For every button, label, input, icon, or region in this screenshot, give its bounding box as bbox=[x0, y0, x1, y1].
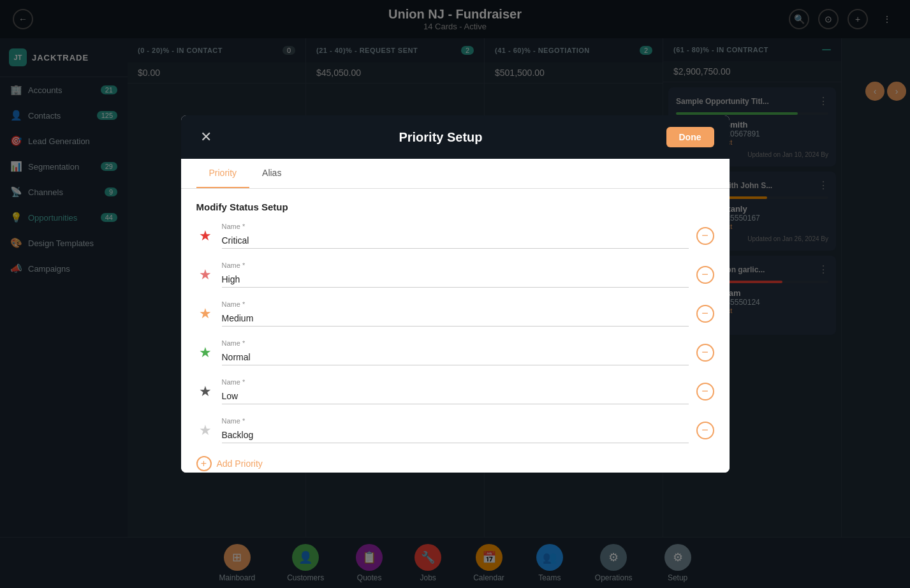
priority-field-medium: Name * bbox=[222, 300, 689, 327]
priority-field-high: Name * bbox=[222, 261, 689, 288]
add-priority-button[interactable]: + Add Priority bbox=[196, 456, 714, 471]
modal-close-button[interactable]: ✕ bbox=[196, 129, 216, 145]
priority-field-critical: Name * bbox=[222, 223, 689, 249]
priority-name-input-high[interactable] bbox=[222, 272, 689, 288]
priority-name-input-critical[interactable] bbox=[222, 233, 689, 249]
priority-row-low: ★ Name * − bbox=[196, 378, 714, 404]
priority-remove-critical[interactable]: − bbox=[696, 227, 714, 245]
priority-star-medium: ★ bbox=[196, 305, 214, 322]
priority-field-label-normal: Name * bbox=[222, 339, 689, 347]
priority-field-label-backlog: Name * bbox=[222, 417, 689, 425]
priority-remove-medium[interactable]: − bbox=[696, 305, 714, 323]
priority-name-input-normal[interactable] bbox=[222, 349, 689, 365]
priority-row-normal: ★ Name * − bbox=[196, 339, 714, 365]
priority-remove-normal[interactable]: − bbox=[696, 344, 714, 362]
priority-remove-low[interactable]: − bbox=[696, 383, 714, 401]
priority-remove-high[interactable]: − bbox=[696, 266, 714, 284]
priority-field-label-medium: Name * bbox=[222, 300, 689, 308]
priority-field-label-low: Name * bbox=[222, 378, 689, 386]
priority-field-backlog: Name * bbox=[222, 417, 689, 443]
modal-body: Modify Status Setup ★ Name * − ★ Name * … bbox=[181, 189, 730, 473]
modal-tab-priority[interactable]: Priority bbox=[196, 159, 250, 188]
priority-field-normal: Name * bbox=[222, 339, 689, 365]
modal-tabs: PriorityAlias bbox=[181, 159, 730, 189]
priority-name-input-backlog[interactable] bbox=[222, 427, 689, 443]
priority-name-input-medium[interactable] bbox=[222, 311, 689, 327]
priority-row-critical: ★ Name * − bbox=[196, 223, 714, 249]
add-priority-icon: + bbox=[196, 456, 212, 471]
priority-star-low: ★ bbox=[196, 383, 214, 400]
modal-overlay[interactable]: ✕ Priority Setup Done PriorityAlias Modi… bbox=[0, 0, 910, 588]
priority-row-high: ★ Name * − bbox=[196, 261, 714, 288]
priority-star-high: ★ bbox=[196, 267, 214, 283]
priority-row-backlog: ★ Name * − bbox=[196, 417, 714, 443]
priority-setup-modal: ✕ Priority Setup Done PriorityAlias Modi… bbox=[181, 115, 730, 473]
modal-title: Priority Setup bbox=[216, 130, 666, 145]
add-priority-label: Add Priority bbox=[217, 459, 263, 469]
priority-field-label-critical: Name * bbox=[222, 223, 689, 230]
modal-tab-alias[interactable]: Alias bbox=[249, 159, 294, 188]
priority-name-input-low[interactable] bbox=[222, 388, 689, 404]
modal-done-button[interactable]: Done bbox=[666, 127, 714, 147]
modify-title: Modify Status Setup bbox=[196, 202, 714, 212]
priority-star-normal: ★ bbox=[196, 344, 214, 361]
priority-field-low: Name * bbox=[222, 378, 689, 404]
modal-header: ✕ Priority Setup Done bbox=[181, 115, 730, 159]
priority-star-critical: ★ bbox=[196, 228, 214, 244]
priority-row-medium: ★ Name * − bbox=[196, 300, 714, 327]
priority-field-label-high: Name * bbox=[222, 261, 689, 269]
priority-remove-backlog[interactable]: − bbox=[696, 422, 714, 439]
priority-star-backlog: ★ bbox=[196, 422, 214, 439]
priority-list: ★ Name * − ★ Name * − ★ Name * − ★ Name … bbox=[196, 223, 714, 443]
